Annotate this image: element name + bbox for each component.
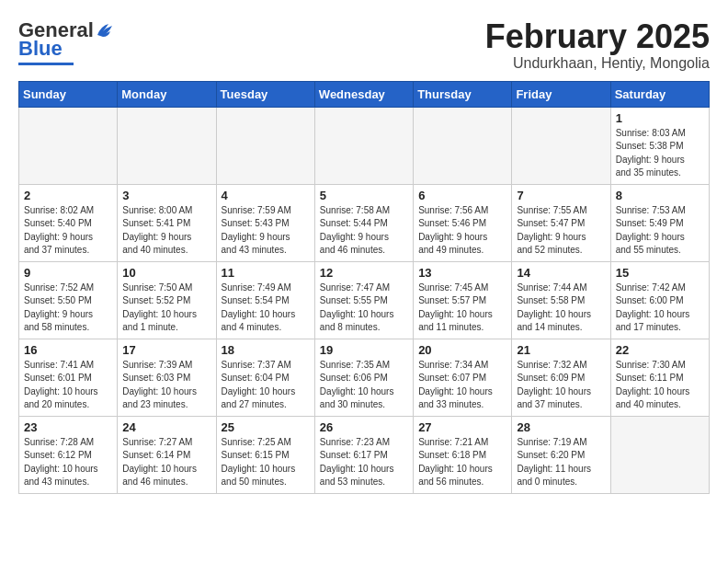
calendar-cell — [414, 107, 512, 184]
weekday-header-sunday: Sunday — [19, 81, 118, 107]
calendar-week-row: 16Sunrise: 7:41 AM Sunset: 6:01 PM Dayli… — [19, 339, 710, 416]
day-number: 12 — [320, 266, 408, 280]
calendar-cell: 11Sunrise: 7:49 AM Sunset: 5:54 PM Dayli… — [216, 261, 314, 339]
day-number: 15 — [616, 266, 704, 280]
day-info: Sunrise: 7:25 AM Sunset: 6:15 PM Dayligh… — [222, 436, 310, 489]
day-info: Sunrise: 7:49 AM Sunset: 5:54 PM Dayligh… — [222, 282, 310, 335]
location-subtitle: Undurkhaan, Hentiy, Mongolia — [485, 55, 710, 72]
weekday-header-saturday: Saturday — [610, 81, 709, 107]
calendar-cell: 6Sunrise: 7:56 AM Sunset: 5:46 PM Daylig… — [414, 184, 512, 261]
calendar-cell: 10Sunrise: 7:50 AM Sunset: 5:52 PM Dayli… — [118, 261, 216, 339]
logo-bird-icon — [96, 22, 116, 39]
logo: General Blue — [18, 18, 116, 65]
day-number: 19 — [320, 343, 408, 357]
day-number: 4 — [222, 189, 310, 202]
day-number: 14 — [517, 266, 605, 280]
weekday-header-thursday: Thursday — [414, 81, 512, 107]
weekday-header-tuesday: Tuesday — [216, 81, 314, 107]
calendar-header-row: SundayMondayTuesdayWednesdayThursdayFrid… — [19, 81, 710, 107]
day-info: Sunrise: 7:44 AM Sunset: 5:58 PM Dayligh… — [517, 282, 605, 335]
calendar-cell: 16Sunrise: 7:41 AM Sunset: 6:01 PM Dayli… — [19, 339, 118, 416]
day-number: 6 — [418, 189, 506, 202]
day-info: Sunrise: 7:23 AM Sunset: 6:17 PM Dayligh… — [320, 436, 408, 489]
day-info: Sunrise: 7:50 AM Sunset: 5:52 PM Dayligh… — [122, 282, 210, 335]
calendar-cell: 18Sunrise: 7:37 AM Sunset: 6:04 PM Dayli… — [216, 339, 314, 416]
month-title: February 2025 — [485, 18, 710, 55]
calendar-cell: 1Sunrise: 8:03 AM Sunset: 5:38 PM Daylig… — [610, 107, 709, 184]
day-number: 17 — [122, 343, 210, 357]
day-info: Sunrise: 7:52 AM Sunset: 5:50 PM Dayligh… — [24, 282, 112, 335]
calendar-week-row: 1Sunrise: 8:03 AM Sunset: 5:38 PM Daylig… — [19, 107, 710, 184]
day-number: 22 — [616, 343, 704, 357]
day-info: Sunrise: 7:55 AM Sunset: 5:47 PM Dayligh… — [517, 204, 605, 258]
calendar-cell: 25Sunrise: 7:25 AM Sunset: 6:15 PM Dayli… — [216, 416, 314, 493]
day-number: 3 — [122, 189, 210, 202]
calendar-cell: 7Sunrise: 7:55 AM Sunset: 5:47 PM Daylig… — [512, 184, 610, 261]
day-info: Sunrise: 7:34 AM Sunset: 6:07 PM Dayligh… — [418, 359, 506, 412]
day-info: Sunrise: 7:41 AM Sunset: 6:01 PM Dayligh… — [24, 359, 112, 412]
calendar-week-row: 2Sunrise: 8:02 AM Sunset: 5:40 PM Daylig… — [19, 184, 710, 261]
logo-blue: Blue — [18, 37, 63, 61]
calendar-cell: 5Sunrise: 7:58 AM Sunset: 5:44 PM Daylig… — [314, 184, 413, 261]
calendar-cell — [314, 107, 413, 184]
day-info: Sunrise: 7:21 AM Sunset: 6:18 PM Dayligh… — [418, 436, 506, 489]
calendar-cell: 28Sunrise: 7:19 AM Sunset: 6:20 PM Dayli… — [512, 416, 610, 493]
logo-underline — [18, 63, 74, 65]
calendar-cell: 22Sunrise: 7:30 AM Sunset: 6:11 PM Dayli… — [610, 339, 709, 416]
day-number: 20 — [418, 343, 506, 357]
day-number: 26 — [320, 420, 408, 434]
calendar-cell: 19Sunrise: 7:35 AM Sunset: 6:06 PM Dayli… — [314, 339, 413, 416]
day-number: 9 — [24, 266, 112, 280]
weekday-header-monday: Monday — [118, 81, 216, 107]
day-number: 23 — [24, 420, 112, 434]
day-info: Sunrise: 8:00 AM Sunset: 5:41 PM Dayligh… — [122, 204, 210, 258]
calendar-cell — [118, 107, 216, 184]
day-number: 5 — [320, 189, 408, 202]
weekday-header-wednesday: Wednesday — [314, 81, 413, 107]
day-number: 10 — [122, 266, 210, 280]
day-info: Sunrise: 7:53 AM Sunset: 5:49 PM Dayligh… — [616, 204, 704, 258]
calendar-cell: 17Sunrise: 7:39 AM Sunset: 6:03 PM Dayli… — [118, 339, 216, 416]
calendar-cell: 26Sunrise: 7:23 AM Sunset: 6:17 PM Dayli… — [314, 416, 413, 493]
title-section: February 2025 Undurkhaan, Hentiy, Mongol… — [485, 18, 710, 72]
calendar-cell: 9Sunrise: 7:52 AM Sunset: 5:50 PM Daylig… — [19, 261, 118, 339]
calendar-cell: 21Sunrise: 7:32 AM Sunset: 6:09 PM Dayli… — [512, 339, 610, 416]
calendar-cell — [610, 416, 709, 493]
calendar-cell: 12Sunrise: 7:47 AM Sunset: 5:55 PM Dayli… — [314, 261, 413, 339]
calendar-cell: 20Sunrise: 7:34 AM Sunset: 6:07 PM Dayli… — [414, 339, 512, 416]
day-number: 13 — [418, 266, 506, 280]
day-number: 24 — [122, 420, 210, 434]
day-info: Sunrise: 7:32 AM Sunset: 6:09 PM Dayligh… — [517, 359, 605, 412]
day-info: Sunrise: 7:28 AM Sunset: 6:12 PM Dayligh… — [24, 436, 112, 489]
day-number: 1 — [616, 111, 704, 125]
day-info: Sunrise: 7:47 AM Sunset: 5:55 PM Dayligh… — [320, 282, 408, 335]
calendar-cell: 15Sunrise: 7:42 AM Sunset: 6:00 PM Dayli… — [610, 261, 709, 339]
day-info: Sunrise: 8:03 AM Sunset: 5:38 PM Dayligh… — [616, 127, 704, 180]
day-number: 11 — [222, 266, 310, 280]
calendar-cell: 24Sunrise: 7:27 AM Sunset: 6:14 PM Dayli… — [118, 416, 216, 493]
calendar-cell: 13Sunrise: 7:45 AM Sunset: 5:57 PM Dayli… — [414, 261, 512, 339]
calendar-cell — [512, 107, 610, 184]
day-info: Sunrise: 7:35 AM Sunset: 6:06 PM Dayligh… — [320, 359, 408, 412]
day-number: 8 — [616, 189, 704, 202]
page-header: General Blue February 2025 Undurkhaan, H… — [18, 18, 710, 72]
calendar-week-row: 9Sunrise: 7:52 AM Sunset: 5:50 PM Daylig… — [19, 261, 710, 339]
day-info: Sunrise: 7:27 AM Sunset: 6:14 PM Dayligh… — [122, 436, 210, 489]
calendar-cell: 27Sunrise: 7:21 AM Sunset: 6:18 PM Dayli… — [414, 416, 512, 493]
calendar-cell: 23Sunrise: 7:28 AM Sunset: 6:12 PM Dayli… — [19, 416, 118, 493]
day-info: Sunrise: 7:37 AM Sunset: 6:04 PM Dayligh… — [222, 359, 310, 412]
calendar-cell: 4Sunrise: 7:59 AM Sunset: 5:43 PM Daylig… — [216, 184, 314, 261]
day-info: Sunrise: 7:30 AM Sunset: 6:11 PM Dayligh… — [616, 359, 704, 412]
day-info: Sunrise: 7:19 AM Sunset: 6:20 PM Dayligh… — [517, 436, 605, 489]
weekday-header-friday: Friday — [512, 81, 610, 107]
day-info: Sunrise: 7:56 AM Sunset: 5:46 PM Dayligh… — [418, 204, 506, 258]
calendar-cell — [19, 107, 118, 184]
day-info: Sunrise: 8:02 AM Sunset: 5:40 PM Dayligh… — [24, 204, 112, 258]
calendar-cell — [216, 107, 314, 184]
day-info: Sunrise: 7:39 AM Sunset: 6:03 PM Dayligh… — [122, 359, 210, 412]
day-number: 2 — [24, 189, 112, 202]
calendar-cell: 3Sunrise: 8:00 AM Sunset: 5:41 PM Daylig… — [118, 184, 216, 261]
day-info: Sunrise: 7:45 AM Sunset: 5:57 PM Dayligh… — [418, 282, 506, 335]
calendar-cell: 2Sunrise: 8:02 AM Sunset: 5:40 PM Daylig… — [19, 184, 118, 261]
day-info: Sunrise: 7:42 AM Sunset: 6:00 PM Dayligh… — [616, 282, 704, 335]
